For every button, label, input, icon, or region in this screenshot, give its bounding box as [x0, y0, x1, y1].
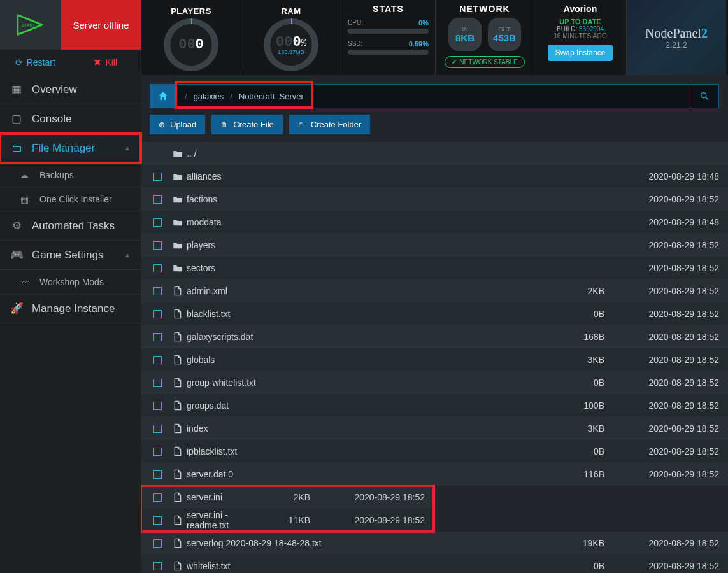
file-name: ipblacklist.txt — [187, 446, 528, 456]
file-checkbox[interactable] — [146, 516, 169, 525]
file-row[interactable]: ipblacklist.txt 0B 2020-08-29 18:52 — [141, 440, 728, 463]
file-row[interactable]: groups.dat 100B 2020-08-29 18:52 — [141, 394, 728, 417]
uptodate-badge: UP TO DATE — [559, 18, 601, 25]
file-date: 2020-08-29 18:52 — [604, 423, 719, 434]
chevron-up-icon: ▲ — [124, 251, 131, 258]
file-icon — [169, 446, 187, 456]
file-row[interactable]: server.ini 2KB 2020-08-29 18:52 — [141, 486, 434, 509]
file-row[interactable]: globals 3KB 2020-08-29 18:52 — [141, 348, 728, 371]
file-checkbox[interactable] — [146, 333, 169, 341]
breadcrumb-home-button[interactable] — [150, 84, 176, 108]
folder-icon — [169, 195, 187, 204]
action-label: Upload — [170, 120, 196, 129]
sidebar-item-workshop-mods[interactable]: 〰 Workshop Mods — [0, 270, 141, 294]
folder-icon — [169, 149, 187, 158]
file-checkbox[interactable] — [146, 173, 169, 181]
folder-icon — [169, 241, 187, 250]
file-row[interactable]: factions 2020-08-29 18:52 — [141, 188, 728, 211]
gamepad-icon: 🎮 — [10, 248, 23, 262]
file-checkbox[interactable] — [146, 379, 169, 387]
file-row[interactable]: admin.xml 2KB 2020-08-29 18:52 — [141, 279, 728, 302]
file-search-button[interactable] — [690, 84, 719, 108]
file-row[interactable]: server.ini - readme.txt 11KB 2020-08-29 … — [141, 509, 434, 532]
file-size: 0B — [528, 446, 604, 456]
create-file-button[interactable]: 🗎 Create File — [211, 115, 283, 134]
upload-button[interactable]: ⊕ Upload — [150, 115, 205, 134]
rocket-icon: 🚀 — [10, 302, 23, 315]
network-title: NETWORK — [459, 4, 510, 14]
file-checkbox[interactable] — [146, 539, 169, 548]
file-icon — [169, 538, 187, 548]
sidebar-item-console[interactable]: ▢ Console — [0, 104, 141, 134]
file-date: 2020-08-29 18:48 — [604, 217, 719, 227]
sidebar-item-label: File Manager — [32, 142, 95, 155]
sidebar-item-label: Workshop Mods — [39, 277, 104, 287]
file-checkbox[interactable] — [146, 356, 169, 364]
file-row[interactable]: server.dat.0 116B 2020-08-29 18:52 — [141, 463, 728, 486]
file-name: admin.xml — [187, 286, 528, 296]
file-checkbox[interactable] — [146, 448, 169, 456]
file-row-up[interactable]: .. / — [141, 142, 728, 165]
network-box: NETWORK IN 8KB OUT 453B ✔ NETWORK STABLE — [435, 0, 534, 75]
file-checkbox[interactable] — [146, 562, 169, 570]
file-row[interactable]: group-whitelist.txt 0B 2020-08-29 18:52 — [141, 371, 728, 394]
file-checkbox[interactable] — [146, 470, 169, 479]
action-label: Create Folder — [311, 120, 361, 129]
file-checkbox[interactable] — [146, 493, 169, 502]
file-size: 100B — [528, 400, 604, 411]
create-folder-button[interactable]: 🗀 Create Folder — [289, 115, 370, 134]
swap-instance-button[interactable]: Swap Instance — [548, 45, 613, 61]
file-date: 2020-08-29 18:48 — [604, 171, 719, 181]
file-icon: 🗎 — [220, 120, 228, 129]
file-checkbox[interactable] — [146, 264, 169, 272]
sidebar-item-file-manager[interactable]: 🗀 File Manager ▲ — [0, 134, 141, 163]
sidebar-item-automated-tasks[interactable]: ⚙ Automated Tasks — [0, 211, 141, 241]
file-row[interactable]: moddata 2020-08-29 18:48 — [141, 211, 728, 234]
file-row[interactable]: serverlog 2020-08-29 18-48-28.txt 19KB 2… — [141, 532, 728, 555]
file-row[interactable]: galaxyscripts.dat 168B 2020-08-29 18:52 — [141, 325, 728, 348]
sidebar-item-overview[interactable]: ▦ Overview — [0, 75, 141, 104]
file-checkbox[interactable] — [146, 310, 169, 318]
file-size: 3KB — [528, 423, 604, 434]
file-name: server.dat.0 — [187, 469, 528, 479]
file-size: 11KB — [234, 515, 310, 525]
avorion-box: Avorion UP TO DATE BUILD: 5392904 16 MIN… — [534, 0, 626, 75]
players-gauge: PLAYERS 000 — [141, 0, 241, 75]
file-size: 19KB — [528, 538, 604, 548]
file-checkbox[interactable] — [146, 287, 169, 295]
file-row[interactable]: players 2020-08-29 18:52 — [141, 234, 728, 257]
players-title: PLAYERS — [171, 6, 211, 16]
file-checkbox[interactable] — [146, 195, 169, 204]
sidebar-item-manage-instance[interactable]: 🚀 Manage Instance — [0, 294, 141, 323]
sidebar-item-game-settings[interactable]: 🎮 Game Settings ▲ — [0, 241, 141, 270]
file-size: 168B — [528, 332, 604, 342]
breadcrumb-seg[interactable]: Nodecraft_Server — [239, 92, 304, 101]
file-name: server.ini — [187, 492, 234, 502]
file-row[interactable]: index 3KB 2020-08-29 18:52 — [141, 417, 728, 440]
file-row[interactable]: whitelist.txt 0B 2020-08-29 18:52 — [141, 555, 728, 573]
file-icon — [169, 515, 187, 525]
brand-version: 2.21.2 — [666, 41, 687, 50]
file-row[interactable]: sectors 2020-08-29 18:52 — [141, 257, 728, 279]
file-row[interactable]: alliances 2020-08-29 18:48 — [141, 165, 728, 188]
file-checkbox[interactable] — [146, 402, 169, 410]
breadcrumb[interactable]: / galaxies / Nodecraft_Server — [176, 84, 690, 108]
gear-icon: ⚙ — [10, 219, 23, 232]
sidebar-item-label: Console — [32, 113, 71, 125]
file-date: 2020-08-29 18:52 — [604, 400, 719, 411]
kill-button[interactable]: ✖ Kill — [71, 50, 141, 75]
folder-icon — [169, 218, 187, 227]
sidebar-item-label: Backups — [39, 170, 74, 180]
sidebar-item-one-click[interactable]: ▦ One Click Installer — [0, 187, 141, 211]
start-button[interactable]: START — [0, 0, 61, 50]
file-checkbox[interactable] — [146, 218, 169, 227]
file-checkbox[interactable] — [146, 425, 169, 433]
file-icon — [169, 469, 187, 479]
restart-button[interactable]: ⟳ Restart — [0, 50, 71, 75]
file-size: 0B — [528, 309, 604, 319]
file-row[interactable]: blacklist.txt 0B 2020-08-29 18:52 — [141, 302, 728, 325]
highlighted-files: server.ini 2KB 2020-08-29 18:52 server.i… — [141, 486, 434, 532]
file-checkbox[interactable] — [146, 241, 169, 250]
breadcrumb-seg[interactable]: galaxies — [194, 92, 224, 101]
sidebar-item-backups[interactable]: ☁ Backups — [0, 163, 141, 187]
